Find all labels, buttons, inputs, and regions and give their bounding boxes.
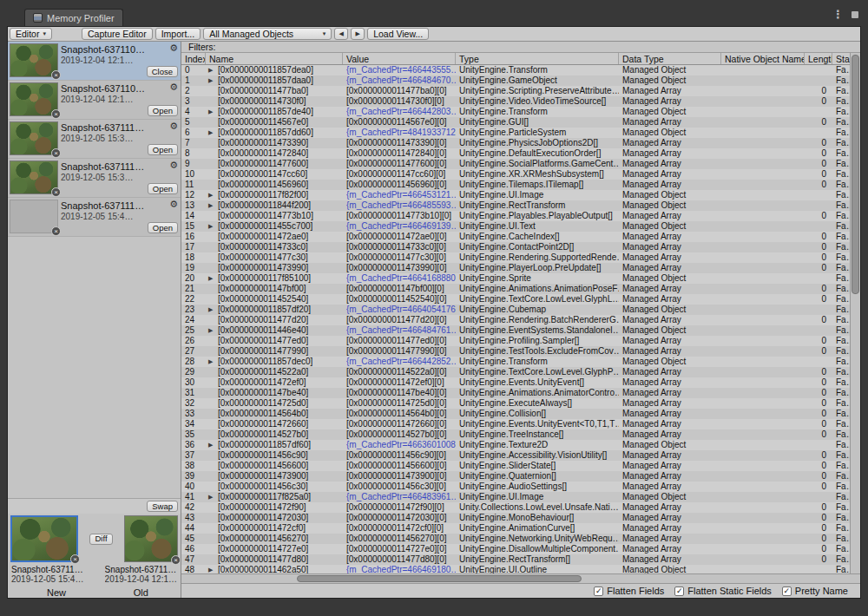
compare-old-thumbnail[interactable]: × [124, 515, 178, 562]
table-row[interactable]: 35[0x00000000114527b0][0x00000000114527b… [181, 429, 850, 440]
import-button[interactable]: Import... [155, 28, 201, 40]
table-row[interactable]: 28▶[0x0000000011857dec0]{m_CachedPtr=466… [181, 357, 850, 367]
checkbox-box[interactable]: ✓ [594, 587, 603, 596]
snapshot-close-badge-icon[interactable]: × [70, 554, 80, 564]
expand-arrow-icon[interactable]: ▶ [208, 128, 213, 138]
open-snapshot-button[interactable]: Open [148, 183, 178, 194]
cell-value[interactable]: {m_CachedPtr=4664168880} [343, 273, 456, 284]
column-header-index[interactable]: Index [181, 53, 206, 64]
table-row[interactable]: 0▶[0x0000000011857dea0]{m_CachedPtr=4664… [181, 65, 850, 75]
snapshot-thumbnail[interactable]: × [10, 43, 58, 77]
column-header-name[interactable]: Name [206, 53, 343, 64]
expand-arrow-icon[interactable]: ▶ [208, 200, 213, 211]
snapshot-list-item[interactable]: ×Snapshot-637111…2019-12-05 15:3…⚙Open [8, 159, 181, 198]
gear-icon[interactable]: ⚙ [169, 43, 178, 53]
vertical-scrollbar[interactable] [850, 53, 860, 573]
cell-value[interactable]: {m_CachedPtr=466442852…} [343, 357, 456, 367]
cell-value[interactable]: {m_CachedPtr=466484761…} [343, 325, 456, 336]
snapshot-list-item[interactable]: ×Snapshot-637110…2019-12-04 12:1…⚙Open [8, 81, 181, 120]
snapshot-thumbnail[interactable]: × [10, 200, 58, 233]
table-row[interactable]: 5[0x00000000114567e0][0x00000000114567e0… [181, 117, 850, 128]
table-row[interactable]: 11[0x0000000011456960][0x000000001145696… [181, 180, 850, 190]
checkbox-box[interactable]: ✓ [674, 587, 684, 596]
history-forward-button[interactable]: ▶ [351, 28, 365, 40]
table-row[interactable]: 12▶[0x00000000117f82f00]{m_CachedPtr=466… [181, 190, 850, 200]
table-row[interactable]: 7[0x0000000011473390][0x0000000011473390… [181, 138, 850, 148]
table-row[interactable]: 16[0x0000000011472ae0][0x0000000011472ae… [181, 232, 850, 242]
open-snapshot-button[interactable]: Open [148, 144, 178, 155]
table-row[interactable]: 3[0x00000000114730f0][0x00000000114730f0… [181, 96, 850, 107]
table-row[interactable]: 30[0x0000000011472ef0][0x0000000011472ef… [181, 377, 850, 388]
column-header-data-type[interactable]: Data Type [619, 53, 721, 64]
cell-value[interactable]: {m_CachedPtr=4664054176} [343, 305, 456, 315]
cell-value[interactable]: {m_CachedPtr=466485593…} [343, 200, 456, 211]
table-row[interactable]: 37[0x0000000011456c90][0x0000000011456c9… [181, 450, 850, 461]
table-row[interactable]: 24[0x0000000011477d20][0x0000000011477d2… [181, 315, 850, 325]
editor-dropdown[interactable]: Editor ▾ [10, 28, 52, 40]
table-row[interactable]: 15▶[0x0000000011455c700]{m_CachedPtr=466… [181, 221, 850, 232]
table-row[interactable]: 18[0x0000000011477c30][0x0000000011477c3… [181, 252, 850, 263]
expand-arrow-icon[interactable]: ▶ [208, 440, 213, 450]
gear-icon[interactable]: ⚙ [169, 161, 178, 170]
table-row[interactable]: 42[0x0000000011472f90][0x0000000011472f9… [181, 502, 850, 513]
window-tab-memory-profiler[interactable]: Memory Profiler [24, 9, 123, 26]
table-row[interactable]: 44[0x0000000011472cf0][0x0000000011472cf… [181, 523, 850, 534]
table-row[interactable]: 31[0x000000001147be40][0x000000001147be4… [181, 388, 850, 398]
expand-arrow-icon[interactable]: ▶ [208, 273, 213, 284]
expand-arrow-icon[interactable]: ▶ [208, 75, 213, 86]
gear-icon[interactable]: ⚙ [169, 82, 178, 92]
open-snapshot-button[interactable]: Open [148, 105, 178, 116]
cell-value[interactable]: {m_CachedPtr=466469180…} [343, 565, 456, 573]
table-row[interactable]: 2[0x0000000011477ba0][0x0000000011477ba0… [181, 86, 850, 96]
expand-arrow-icon[interactable]: ▶ [208, 107, 213, 117]
snapshot-close-badge-icon[interactable]: × [51, 109, 61, 119]
gear-icon[interactable]: ⚙ [169, 121, 178, 131]
table-row[interactable]: 19[0x0000000011473990][0x000000001147399… [181, 263, 850, 273]
table-row[interactable]: 1▶[0x0000000011857daa0]{m_CachedPtr=4664… [181, 75, 850, 86]
expand-arrow-icon[interactable]: ▶ [208, 492, 213, 502]
diff-button[interactable]: Diff [89, 534, 112, 545]
expand-arrow-icon[interactable]: ▶ [208, 565, 213, 573]
table-row[interactable]: 21[0x000000001147bf00][0x000000001147bf0… [181, 284, 850, 294]
table-row[interactable]: 17[0x00000000114733c0][0x00000000114733c… [181, 242, 850, 252]
expand-arrow-icon[interactable]: ▶ [208, 221, 213, 232]
kebab-menu-icon[interactable]: ⋮ [832, 10, 844, 20]
horizontal-scrollbar-thumb[interactable] [297, 575, 582, 582]
table-row[interactable]: 4▶[0x0000000011857de40]{m_CachedPtr=4664… [181, 107, 850, 117]
table-row[interactable]: 9[0x0000000011477600][0x0000000011477600… [181, 159, 850, 169]
snapshot-thumbnail[interactable]: × [10, 82, 58, 116]
snapshot-close-badge-icon[interactable]: × [51, 70, 61, 80]
snapshot-close-badge-icon[interactable]: × [51, 148, 61, 158]
load-view-button[interactable]: Load View... [367, 28, 429, 40]
table-row[interactable]: 20▶[0x00000000117f85100]{m_CachedPtr=466… [181, 273, 850, 284]
window-options-icon[interactable] [852, 11, 858, 18]
cell-value[interactable]: {m_CachedPtr=466483961…} [343, 492, 456, 502]
table-row[interactable]: 27[0x0000000011477990][0x000000001147799… [181, 346, 850, 357]
table-row[interactable]: 6▶[0x0000000011857dd60]{m_CachedPtr=4841… [181, 128, 850, 138]
table-row[interactable]: 29[0x00000000114522a0][0x00000000114522a… [181, 367, 850, 377]
snapshot-list-item[interactable]: ×Snapshot-637111…2019-12-05 15:3…⚙Open [8, 120, 181, 159]
table-row[interactable]: 38[0x0000000011456600][0x000000001145660… [181, 461, 850, 471]
gear-icon[interactable]: ⚙ [169, 200, 178, 209]
cell-value[interactable]: {m_CachedPtr=4663601008} [343, 440, 456, 450]
view-mode-dropdown[interactable]: All Managed Objects ▾ [203, 28, 332, 40]
table-row[interactable]: 22[0x0000000011452540][0x000000001145254… [181, 294, 850, 305]
expand-arrow-icon[interactable]: ▶ [208, 190, 213, 200]
column-header-value[interactable]: Value [343, 53, 456, 64]
capture-editor-button[interactable]: Capture Editor [82, 28, 153, 40]
snapshot-thumbnail[interactable]: × [10, 161, 58, 194]
table-row[interactable]: 43[0x0000000011472030][0x000000001147203… [181, 513, 850, 523]
cell-value[interactable]: {m_CachedPtr=466453121…} [343, 190, 456, 200]
table-row[interactable]: 32[0x00000000114725d0][0x00000000114725d… [181, 398, 850, 409]
table-row[interactable]: 46[0x00000000114727e0][0x00000000114727e… [181, 544, 850, 554]
table-row[interactable]: 45[0x0000000011456270][0x000000001145627… [181, 534, 850, 544]
horizontal-scrollbar[interactable] [181, 573, 860, 583]
column-header-length[interactable]: Length [805, 53, 832, 64]
table-row[interactable]: 34[0x0000000011472660][0x000000001147266… [181, 419, 850, 429]
table-row[interactable]: 14[0x00000000114773b10][0x00000000114773… [181, 211, 850, 221]
table-row[interactable]: 47[0x0000000011477d80][0x0000000011477d8… [181, 554, 850, 565]
column-header-native-object-name[interactable]: Native Object Name [721, 53, 805, 64]
swap-button[interactable]: Swap [147, 501, 178, 512]
column-header-type[interactable]: Type [456, 53, 619, 64]
checkbox-flatten-fields[interactable]: ✓Flatten Fields [594, 586, 664, 596]
